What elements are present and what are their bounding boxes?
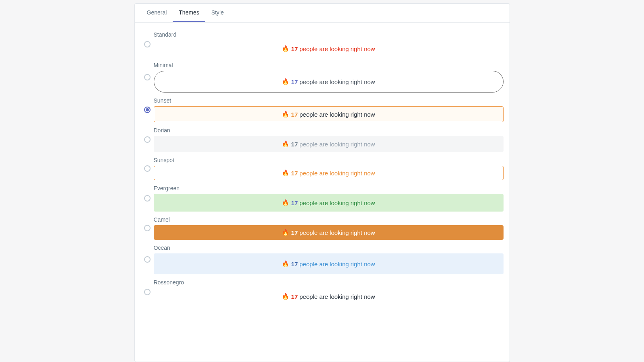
preview-text: people are looking right now [299,170,375,177]
fire-icon: 🔥 [282,78,289,85]
preview-text: people are looking right now [299,111,375,118]
theme-label-camel: Camel [154,216,504,223]
preview-count: 17 [291,111,298,118]
theme-label-sunspot: Sunspot [154,157,504,163]
theme-row-ocean: Ocean 🔥 17 people are looking right now [141,245,504,274]
preview-count: 17 [291,170,298,177]
theme-preview-sunset: 🔥 17 people are looking right now [154,106,504,122]
theme-label-rossonegro: Rossonegro [154,279,504,286]
preview-text: people are looking right now [299,45,375,52]
theme-row-camel: Camel 🔥 17 people are looking right now [141,216,504,240]
preview-count: 17 [291,229,298,236]
tab-general[interactable]: General [141,4,173,22]
preview-count: 17 [291,45,298,52]
fire-icon: 🔥 [282,140,289,148]
tab-style[interactable]: Style [205,4,230,22]
theme-label-sunset: Sunset [154,97,504,104]
theme-preview-ocean: 🔥 17 people are looking right now [154,253,504,274]
tab-themes[interactable]: Themes [173,4,205,22]
radio-standard[interactable] [144,41,151,47]
fire-icon: 🔥 [282,293,289,300]
preview-count: 17 [291,78,298,85]
radio-camel[interactable] [144,225,151,231]
theme-row-evergreen: Evergreen 🔥 17 people are looking right … [141,185,504,212]
theme-preview-dorian: 🔥 17 people are looking right now [154,136,504,152]
theme-preview-camel: 🔥 17 people are looking right now [154,225,504,240]
fire-icon: 🔥 [282,111,289,118]
settings-card: General Themes Style Standard 🔥 17 peopl… [134,3,510,362]
theme-row-sunset: Sunset 🔥 17 people are looking right now [141,97,504,122]
theme-preview-evergreen: 🔥 17 people are looking right now [154,194,504,212]
radio-dorian[interactable] [144,136,151,143]
preview-text: people are looking right now [299,293,375,300]
radio-sunset[interactable] [144,107,151,113]
preview-text: people are looking right now [299,141,375,148]
preview-count: 17 [291,261,298,267]
theme-row-sunspot: Sunspot 🔥 17 people are looking right no… [141,157,504,180]
themes-list: Standard 🔥 17 people are looking right n… [135,23,510,314]
theme-preview-rossonegro: 🔥 17 people are looking right now [154,288,504,305]
theme-row-dorian: Dorian 🔥 17 people are looking right now [141,127,504,152]
fire-icon: 🔥 [282,169,289,177]
theme-row-standard: Standard 🔥 17 people are looking right n… [141,31,504,57]
theme-preview-sunspot: 🔥 17 people are looking right now [154,166,504,180]
fire-icon: 🔥 [282,199,289,206]
theme-label-evergreen: Evergreen [154,185,504,191]
theme-label-standard: Standard [154,31,504,38]
theme-label-dorian: Dorian [154,127,504,134]
theme-label-minimal: Minimal [154,62,504,68]
radio-minimal[interactable] [144,74,151,80]
fire-icon: 🔥 [282,229,289,236]
preview-text: people are looking right now [299,261,375,267]
theme-label-ocean: Ocean [154,245,504,251]
preview-count: 17 [291,141,298,148]
tabs-bar: General Themes Style [135,4,510,23]
fire-icon: 🔥 [282,260,289,267]
theme-row-rossonegro: Rossonegro 🔥 17 people are looking right… [141,279,504,305]
theme-row-minimal: Minimal 🔥 17 people are looking right no… [141,62,504,93]
radio-ocean[interactable] [144,256,151,263]
radio-rossonegro[interactable] [144,289,151,295]
radio-sunspot[interactable] [144,165,151,172]
preview-count: 17 [291,200,298,206]
theme-preview-standard: 🔥 17 people are looking right now [154,40,504,57]
preview-text: people are looking right now [299,200,375,206]
radio-evergreen[interactable] [144,195,151,202]
theme-preview-minimal: 🔥 17 people are looking right now [154,71,504,93]
preview-text: people are looking right now [299,229,375,236]
preview-text: people are looking right now [299,78,375,85]
fire-icon: 🔥 [282,45,289,52]
preview-count: 17 [291,293,298,300]
